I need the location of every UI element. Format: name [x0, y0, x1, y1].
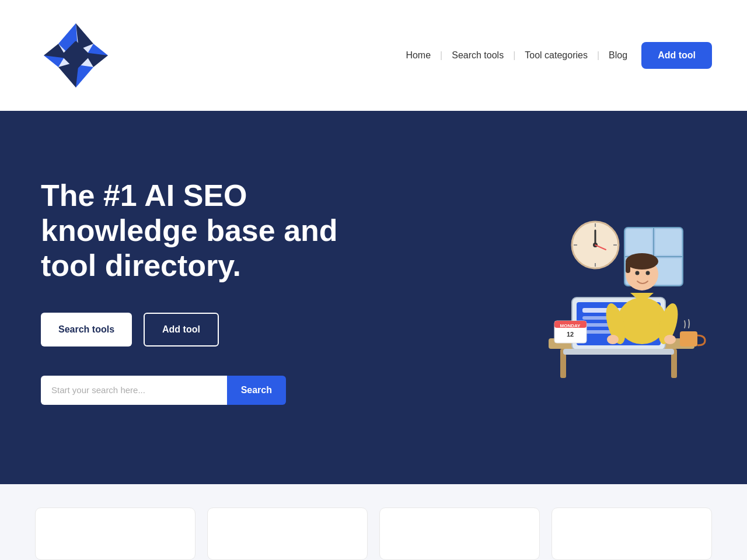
nav-sep-3: |: [597, 50, 599, 61]
hero-search-tools-button[interactable]: Search tools: [41, 313, 132, 346]
card-1[interactable]: [35, 508, 196, 560]
nav-sep-2: |: [513, 50, 515, 61]
card-3[interactable]: [379, 508, 540, 560]
nav-add-tool-button[interactable]: Add tool: [641, 42, 712, 69]
svg-text:MONDAY: MONDAY: [560, 323, 581, 328]
card-4[interactable]: [551, 508, 712, 560]
nav-search-tools[interactable]: Search tools: [447, 50, 508, 61]
nav-home[interactable]: Home: [401, 50, 435, 61]
svg-point-39: [646, 271, 650, 275]
svg-rect-37: [626, 261, 630, 273]
cards-section: [0, 484, 747, 560]
logo[interactable]: [35, 15, 117, 96]
svg-rect-16: [626, 229, 652, 255]
main-nav: Home | Search tools | Tool categories | …: [401, 42, 712, 69]
svg-point-43: [607, 335, 619, 344]
site-header: Home | Search tools | Tool categories | …: [0, 0, 747, 111]
card-2[interactable]: [207, 508, 368, 560]
svg-text:12: 12: [567, 331, 574, 338]
svg-rect-49: [680, 331, 697, 346]
hero-buttons: Search tools Add tool: [41, 313, 338, 346]
hero-add-tool-button[interactable]: Add tool: [144, 313, 219, 346]
nav-sep-1: |: [440, 50, 442, 61]
svg-rect-19: [655, 258, 681, 284]
hero-search-input[interactable]: [41, 376, 227, 405]
svg-point-44: [664, 335, 676, 344]
hero-content: The #1 AI SEO knowledge base and tool di…: [41, 178, 338, 404]
logo-icon: [35, 15, 117, 96]
hero-illustration-svg: MONDAY 12: [531, 198, 706, 385]
nav-blog[interactable]: Blog: [604, 50, 632, 61]
hero-search-bar: Search: [41, 376, 286, 405]
svg-point-36: [626, 253, 658, 270]
svg-rect-34: [563, 349, 674, 355]
nav-tool-categories[interactable]: Tool categories: [520, 50, 592, 61]
svg-rect-17: [655, 229, 681, 255]
hero-search-button[interactable]: Search: [227, 376, 286, 405]
hero-heading: The #1 AI SEO knowledge base and tool di…: [41, 178, 338, 283]
svg-point-38: [636, 271, 640, 275]
hero-section: The #1 AI SEO knowledge base and tool di…: [0, 111, 747, 484]
hero-illustration: MONDAY 12: [531, 198, 706, 385]
